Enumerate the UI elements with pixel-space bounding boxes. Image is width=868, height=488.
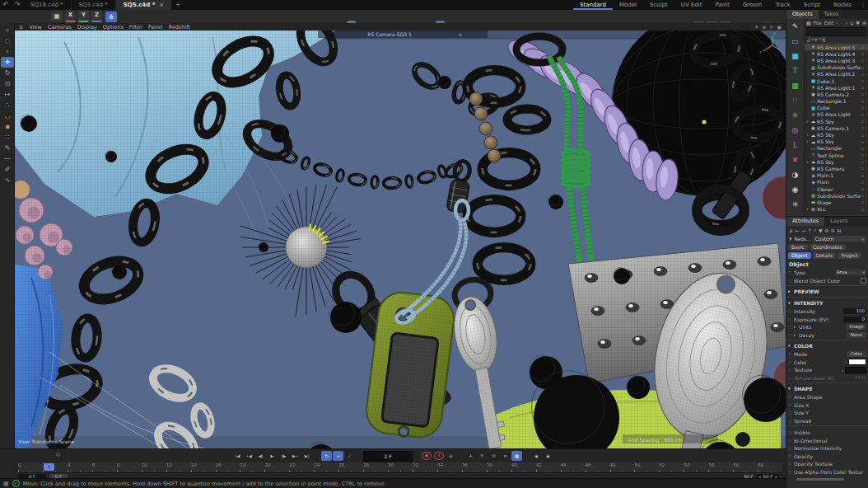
- attribute-row[interactable]: ▾ ▸ ○ ▸ Opacity Texture › ▾: [786, 460, 868, 468]
- visibility-dots-icon[interactable]: ⋮: [865, 65, 867, 69]
- attribute-row[interactable]: ▾ ▸ ○ ▸ Type › Area▾: [786, 269, 868, 277]
- rectangle-spline-icon[interactable]: ▭: [786, 34, 804, 49]
- attributes-tab[interactable]: Layers: [824, 217, 854, 226]
- attribute-row[interactable]: ▾ ▸ ○ ▸ Color › ▾: [786, 359, 868, 367]
- object-row[interactable]: + ⊞ ALL ▫ ⋮: [805, 206, 868, 213]
- object-row[interactable]: + ▭ Rectangle ▫ ⋮: [805, 145, 868, 152]
- visibility-dots-icon[interactable]: ⋮: [865, 146, 867, 150]
- layer-toggle-icon[interactable]: ▫: [861, 159, 864, 164]
- anim-dot-icon[interactable]: ○: [788, 430, 792, 434]
- attribute-row[interactable]: ▾ ▸ ○ ▸ Decay › None▾: [786, 331, 868, 340]
- axis-button[interactable]: Z: [91, 11, 102, 22]
- section-open-icon[interactable]: ▾: [788, 343, 792, 348]
- attribute-row[interactable]: ▾ ▸ ○ ▸ COLOR › ▾: [786, 340, 868, 350]
- symmetry-icon[interactable]: ✕: [786, 152, 804, 167]
- layer-toggle-icon[interactable]: ▫: [861, 186, 864, 191]
- object-row[interactable]: + ◆ Plain.1 ▫ ⋮: [805, 172, 868, 179]
- manager-tab[interactable]: Objects: [786, 10, 819, 19]
- anim-dot-icon[interactable]: ○: [788, 309, 792, 313]
- layer-toggle-icon[interactable]: ▫: [861, 119, 864, 124]
- rotate-view-icon[interactable]: ↻: [769, 24, 773, 30]
- anim-dot-icon[interactable]: ○: [788, 446, 792, 450]
- undo-icon[interactable]: ↶: [0, 0, 12, 10]
- viewport-menu-item[interactable]: Display: [77, 24, 97, 30]
- nav-up-icon[interactable]: ↑: [814, 38, 819, 43]
- anim-dot-icon[interactable]: ○: [788, 317, 792, 321]
- visibility-dots-icon[interactable]: ⋮: [865, 133, 867, 137]
- extrude-icon[interactable]: L: [786, 138, 804, 152]
- goto-start-button[interactable]: |◀: [232, 451, 243, 461]
- pen-tool-icon[interactable]: ✎: [1, 143, 14, 153]
- next-frame-button[interactable]: |▶: [278, 451, 289, 461]
- key-scale-button[interactable]: ⊡: [488, 451, 499, 461]
- viewport-menu-item[interactable]: View: [29, 24, 41, 30]
- keyframe-presets-button[interactable]: ◎: [446, 451, 456, 461]
- anim-dot-icon[interactable]: ○: [788, 270, 792, 274]
- attribute-row[interactable]: ▾ ▸ ○ ▸ Texture › ▾: [786, 366, 868, 374]
- attribute-row[interactable]: ▾ ▸ ○ ▸ Opacity › ▾: [786, 453, 868, 461]
- timeline-ruler[interactable]: 0246810121416182022242628303234363840424…: [18, 462, 782, 473]
- attribute-row[interactable]: ▾ ▸ ○ ▸ Temperature (K) › 6500▾: [786, 374, 868, 382]
- anim-dot-icon[interactable]: ○: [788, 376, 792, 380]
- key-parameter-button[interactable]: ≡: [500, 451, 511, 461]
- viewport-menu-item[interactable]: Redshift: [169, 24, 190, 30]
- lathe-icon[interactable]: ◎: [786, 123, 804, 138]
- visibility-dots-icon[interactable]: ⋮: [865, 99, 867, 103]
- cloner-icon[interactable]: ∷: [786, 93, 804, 108]
- layer-toggle-icon[interactable]: ▫: [861, 173, 864, 178]
- live-selection-icon[interactable]: ⌕: [1, 25, 14, 35]
- attribute-value[interactable]: Area▾: [835, 270, 866, 275]
- sub-caret-icon[interactable]: ▸: [794, 325, 797, 329]
- visibility-dots-icon[interactable]: ⋮: [865, 207, 867, 211]
- playhead[interactable]: 2: [44, 463, 54, 471]
- attribute-row[interactable]: ▾ ▸ ○ ▸ Size Y › ▾: [786, 409, 868, 417]
- visibility-dots-icon[interactable]: ⋮: [865, 52, 867, 56]
- document-tab[interactable]: SQ18.c4d *×: [23, 0, 72, 10]
- visibility-dots-icon[interactable]: ⋮: [865, 160, 867, 164]
- play-mode-button[interactable]: ⇢: [333, 451, 343, 461]
- redo-icon[interactable]: ↷: [12, 0, 23, 10]
- attr-tab-button[interactable]: Basic: [788, 244, 808, 251]
- subdivision-surface-icon[interactable]: ▦: [786, 78, 804, 93]
- spline-arc-icon[interactable]: ◡: [1, 110, 14, 121]
- visibility-dots-icon[interactable]: ⋮: [865, 200, 867, 204]
- expand-icon[interactable]: +: [805, 207, 810, 211]
- object-row[interactable]: + ☁ RS Sky ▫ ⋮: [805, 158, 868, 165]
- home-icon[interactable]: ⌂: [851, 20, 854, 26]
- visibility-dots-icon[interactable]: ⋮: [865, 92, 867, 96]
- layer-toggle-icon[interactable]: ▫: [861, 152, 864, 157]
- object-row[interactable]: + ☀ RS Area Light ▫ ⋮: [805, 111, 868, 118]
- pan-view-icon[interactable]: ✛: [754, 24, 758, 30]
- layer-toggle-icon[interactable]: ▫: [861, 166, 864, 171]
- object-row[interactable]: + ▭ Rectangle.1 ▫ ⋮: [805, 98, 868, 105]
- move-tool-icon[interactable]: ✛: [1, 57, 14, 68]
- layer-toggle-icon[interactable]: ▫: [861, 99, 864, 104]
- layer-toggle-icon[interactable]: ▫: [861, 180, 864, 185]
- attr-menu-icon[interactable]: ≡: [789, 228, 793, 233]
- viewport-hamburger-icon[interactable]: ≡: [19, 24, 23, 30]
- layout-tab[interactable]: UV Edit: [674, 0, 709, 10]
- axis-button[interactable]: X: [65, 11, 76, 22]
- object-row[interactable]: + ■ Cube.1 ▫ ⋮: [805, 77, 868, 84]
- visibility-dots-icon[interactable]: ⋮: [865, 153, 867, 157]
- attribute-row[interactable]: ▾ ▸ ○ ▸ › ▾: [786, 425, 868, 428]
- object-row[interactable]: + ☀ RS Area Light.4 ▫ ⋮: [805, 50, 868, 57]
- attribute-row[interactable]: ▾ ▸ ○ ▸ Bi-Directional › ▾: [786, 437, 868, 445]
- line-tool-icon[interactable]: —: [1, 153, 14, 164]
- search-icon[interactable]: ⌕: [845, 20, 847, 26]
- layer-toggle-icon[interactable]: ▫: [861, 106, 864, 110]
- attribute-row[interactable]: ▾ ▸ ○ ▸ Mode › Color▾: [786, 350, 868, 359]
- object-row[interactable]: + ∷ Cloner ▫ ⋮: [805, 185, 868, 192]
- object-row[interactable]: + ☀ RS Area Light.3 ▫ ⋮: [805, 57, 868, 63]
- anim-dot-icon[interactable]: ○: [788, 439, 792, 443]
- attribute-row[interactable]: ▾ ▸ ○ ▸ Area Shape › ▾: [786, 393, 868, 401]
- visibility-dots-icon[interactable]: ⋮: [865, 139, 867, 143]
- sketch-tool-icon[interactable]: ✐: [1, 164, 14, 175]
- attribute-row[interactable]: ▾ ▸ ○ ▸ Visible › ▾: [786, 429, 868, 437]
- visibility-dots-icon[interactable]: ⋮: [865, 180, 867, 184]
- spline-points-icon[interactable]: ∷: [1, 132, 14, 143]
- expand-icon[interactable]: +: [805, 133, 810, 137]
- light-create-icon[interactable]: ☀: [786, 197, 804, 212]
- anim-dot-icon[interactable]: ○: [788, 360, 792, 364]
- visibility-dots-icon[interactable]: ⋮: [865, 45, 867, 49]
